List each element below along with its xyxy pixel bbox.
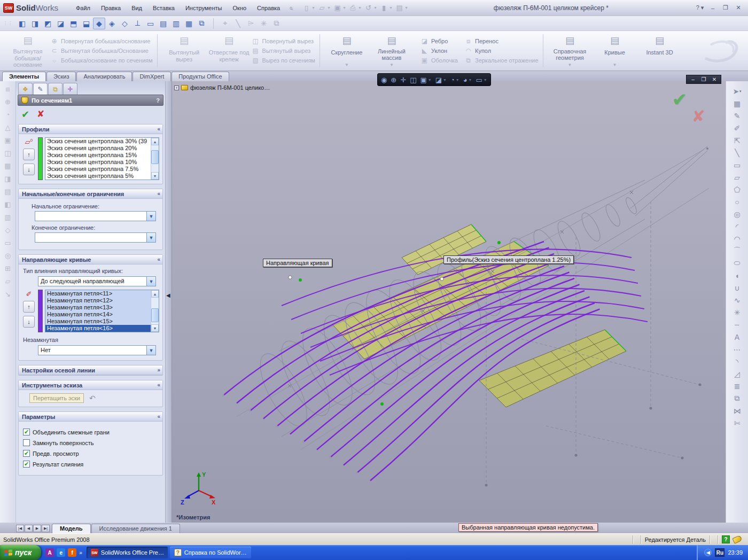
scene-icon[interactable]: ▭▼ [476,76,487,84]
view-cube-4[interactable]: ◪ [54,18,67,29]
feature-tool-icon-8[interactable]: ◨ [2,173,14,184]
profile-list-item[interactable]: Эскиз сечения центроплана 5% [45,173,151,180]
end-constraint-select[interactable]: ▼ [35,232,156,243]
swept-cut-icon[interactable]: ▤Вытянутый вырез [252,47,315,55]
taskbar-solidworks-task-button[interactable]: SWSolidWorks Office Pre… [87,547,168,558]
dome-icon[interactable]: ◠Купол [464,47,539,55]
mirror-icon[interactable]: ⧉Зеркальное отражение [464,57,539,64]
menu-окно[interactable]: Окно [228,3,252,13]
view-orientation-icon[interactable]: ▣▼ [420,76,431,84]
profile-list-item[interactable]: Эскиз сечения центроплана 10% [45,159,151,166]
scroll-up-icon[interactable]: ▲ [151,138,159,145]
centerline-group-header[interactable]: Настройки осевой линии» [19,365,162,375]
restore-button[interactable]: ❐ [720,4,731,12]
guides-scrollbar[interactable]: ▲ ▼ [151,290,159,332]
four-viewport[interactable]: ▦ [183,18,195,29]
sketch-tool-icon-2[interactable]: ▦ [731,98,743,109]
checkbox[interactable] [23,439,30,446]
firefox-icon[interactable]: f [68,548,76,557]
profile-list-item[interactable]: Эскиз сечения центроплана 20% [45,145,151,152]
feature-help-icon[interactable]: ? [156,97,160,104]
sketch-tool-icon-11[interactable]: ◎ [731,208,743,220]
ok-button[interactable]: ✔ [21,108,29,120]
tab-Элементы[interactable]: Элементы [2,72,46,81]
save-icon[interactable]: ▣ [332,3,344,13]
sketch-tool-icon-24[interactable]: ◿ [731,368,743,379]
rib-icon[interactable]: ◪Ребро [420,37,458,45]
menu-правка[interactable]: Правка [96,3,126,13]
guide-list-item[interactable]: Незамкнутая петля<12> [45,297,151,304]
display-style-icon[interactable]: ◪▼ [435,76,447,84]
first-tab-button[interactable]: |◀ [16,525,24,532]
hide-show-items-icon[interactable]: ◔▼ [450,76,459,84]
feature-tree-flyout[interactable]: + фюзеляж П-6М-001 целико… [174,84,270,91]
view-cube-6[interactable]: ⬓ [80,18,92,29]
feature-tool-icon-10[interactable]: ◧ [2,199,14,210]
tab-Исследование движения 1[interactable]: Исследование движения 1 [91,524,180,533]
constraints-group-header[interactable]: Начальные/конечные ограничения« [19,189,162,199]
sketch-tool-icon-17[interactable]: ∪ [731,282,743,293]
menu-справка[interactable]: Справка [252,3,285,13]
checkbox[interactable]: ✔ [23,429,30,435]
normal-to-view[interactable]: ⟂ [131,18,144,29]
linear-pattern-icon[interactable]: ▤Линейный массив▼ [369,33,414,68]
hole-wizard-icon[interactable]: ▤Отверстие под крепеж [207,33,252,68]
ie-icon[interactable]: e [57,548,65,557]
sketch-tool-icon-10[interactable]: ○ [731,196,743,207]
splitter-collapse-icon[interactable]: ◀ [166,292,170,298]
feature-tool-icon-5[interactable]: ▣ [2,135,14,146]
sketch-tool-icon-20[interactable]: ┄ [731,319,743,330]
doc-restore-button[interactable]: ❐ [699,76,708,82]
sketch-tool-icon-27[interactable]: ⋈ [731,405,743,416]
sketch-tool-icon-15[interactable]: ⬭ [731,258,743,269]
minimize-button[interactable]: – [707,4,718,12]
guides-listbox[interactable]: Незамкнутая петля<11>Незамкнутая петля<1… [45,290,159,332]
feature-tool-icon-2[interactable]: ⊕ [2,96,14,107]
profile-list-item[interactable]: Эскиз сечения центроплана 30% (39 [45,138,151,145]
sketch-tool-icon-28[interactable]: ✄ [731,417,743,429]
revolved-cut-icon[interactable]: ◫Повернутый вырез [252,37,315,45]
sweep-boss-icon[interactable]: ⊂Вытянутая бобышка/Основание [50,47,153,55]
trimetric-view[interactable]: ◇ [119,18,131,29]
tab-Анализировать[interactable]: Анализировать [76,72,132,81]
sketch-tool-icon-18[interactable]: ∿ [731,294,743,306]
open-loop-select[interactable]: Нет▼ [38,345,156,355]
link-views[interactable]: ⧉ [196,18,208,29]
pan-icon[interactable]: ✛ [400,76,406,84]
curves-icon[interactable]: ▤Кривые▼ [593,33,637,68]
feature-tool-icon-15[interactable]: ⊞ [2,263,14,274]
search-icon[interactable]: ⌕ [289,4,293,12]
sketch-tool-icon-13[interactable]: ◠ [731,233,743,244]
configuration-manager-tab[interactable]: ⧉ [48,83,63,95]
two-viewport-h[interactable]: ▤ [157,18,169,29]
drag-sketch-button[interactable]: Перетащить эски [29,393,84,403]
profiles-scrollbar[interactable]: ▲ ▼ [151,138,159,180]
extrude-boss-icon[interactable]: ▤Вытянутая бобышка/основание [5,33,50,68]
isometric-view[interactable]: ◆ [93,18,105,29]
appearance-icon[interactable]: ◕▼ [463,76,472,84]
dropdown-icon[interactable]: ▾ [328,5,330,10]
feature-manager-tab[interactable]: ❖ [18,83,33,95]
doc-close-button[interactable]: ✕ [710,76,719,82]
graphics-viewport[interactable]: + фюзеляж П-6М-001 целико… Направляющая … [172,81,726,523]
feature-tool-icon-7[interactable]: ▦ [2,160,14,172]
tab-Эскиз[interactable]: Эскиз [46,72,76,81]
dropdown-icon[interactable]: ▾ [359,5,361,10]
checkbox[interactable]: ✔ [23,450,30,457]
move-guide-up-button[interactable]: ↑ [23,301,35,313]
sketch-tool-icon-1[interactable]: ➤▾ [731,85,743,97]
revolve-boss-icon[interactable]: ⊕Повернутая бобышка/основание [50,37,153,45]
parameters-group-header[interactable]: Параметры« [19,412,162,422]
guide-list-item[interactable]: Незамкнутая петля<15> [45,318,151,325]
zoom-to-area-icon[interactable]: ⊕ [391,76,396,84]
influence-type-select[interactable]: До следующей направляющей▼ [38,276,156,286]
sketch-tool-icon-26[interactable]: ⧉ [731,393,743,404]
scroll-down-icon[interactable]: ▼ [151,172,159,180]
lofted-cut-icon[interactable]: ▨Вырез по сечениям [252,57,315,64]
move-face-icon[interactable]: ⧈Перенос [464,37,539,45]
sketch-tool-icon-21[interactable]: A [731,331,743,343]
line-tool-icon[interactable]: ╲ [232,18,244,29]
property-manager-tab[interactable]: ✎ [33,83,48,95]
sketch-tool-icon-4[interactable]: ✐ [731,122,743,134]
move-profile-up-button[interactable]: ↑ [23,149,35,160]
